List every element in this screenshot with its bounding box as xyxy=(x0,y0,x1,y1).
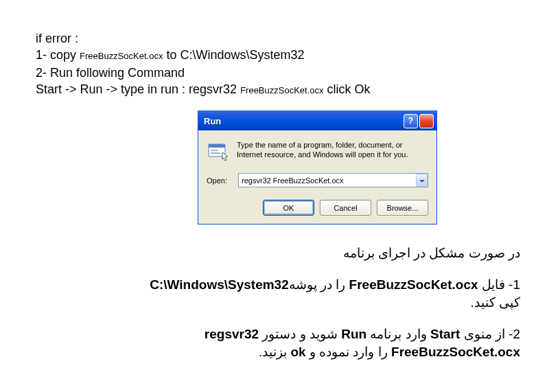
en-line4c: click Ok xyxy=(324,82,371,96)
chevron-down-icon xyxy=(419,176,425,185)
farsi-instructions: در صورت مشکل در اجرای برنامه 1- فایل Fre… xyxy=(136,244,520,375)
ok-button[interactable]: OK xyxy=(263,200,314,216)
run-program-icon xyxy=(207,140,229,162)
en-line4: Start -> Run -> type in run : regsvr32 F… xyxy=(36,81,371,99)
svg-rect-3 xyxy=(211,152,220,154)
en-line3: 2- Run following Command xyxy=(36,65,371,81)
english-instructions: if error : 1- copy FreeBuzzSocKet.ocx to… xyxy=(36,30,371,99)
fa-p2: 1- فایل FreeBuzzSocKet.ocx را در پوشهC:\… xyxy=(136,276,520,312)
open-row: Open: regsvr32 FreeBuzzSocKet.ocx xyxy=(207,173,428,187)
fa-p3-start: Start xyxy=(430,327,460,341)
fa-p2c: کپی کنید. xyxy=(470,295,520,310)
fa-p3-run: Run xyxy=(341,327,366,341)
dropdown-button[interactable] xyxy=(416,174,428,187)
open-label: Open: xyxy=(207,176,231,185)
fa-p3e: بزنید. xyxy=(259,345,291,359)
dialog-title: Run xyxy=(204,116,402,126)
en-line4a: Start -> Run -> type in run : regsvr32 xyxy=(36,82,240,96)
fa-p2a: 1- فایل xyxy=(478,277,520,292)
dialog-body: Type the name of a program, folder, docu… xyxy=(198,130,436,224)
dialog-titlebar: Run ? xyxy=(198,111,436,130)
svg-rect-2 xyxy=(211,150,218,151)
run-input-value: regsvr32 FreeBuzzSocKet.ocx xyxy=(242,176,416,185)
fa-p3-ok: ok xyxy=(290,345,305,359)
dialog-buttons: OK Cancel Browse... xyxy=(207,200,428,216)
svg-rect-1 xyxy=(209,144,225,148)
fa-p3: 2- از منوی Start وارد برنامه Run شوید و … xyxy=(136,325,520,361)
fa-p3c: شوید و دستور xyxy=(259,327,341,341)
fa-p2-path: C:\Windows\System32 xyxy=(150,277,289,292)
help-icon: ? xyxy=(408,116,413,126)
fa-p2b: را در پوشه xyxy=(289,277,349,292)
fa-p3b: وارد برنامه xyxy=(366,327,430,341)
en-line2c: to C:\Windows\System32 xyxy=(163,48,304,62)
run-input-combobox[interactable]: regsvr32 FreeBuzzSocKet.ocx xyxy=(238,173,428,187)
en-line4b: FreeBuzzSocKet.ocx xyxy=(240,85,323,95)
fa-p2-file: FreeBuzzSocKet.ocx xyxy=(349,277,478,292)
dialog-info-row: Type the name of a program, folder, docu… xyxy=(207,140,428,162)
en-line1: if error : xyxy=(36,30,371,47)
fa-p3a: 2- از منوی xyxy=(460,327,520,341)
en-line2a: 1- copy xyxy=(36,48,80,62)
dialog-description: Type the name of a program, folder, docu… xyxy=(237,140,428,159)
fa-p3d: را وارد نموده و xyxy=(306,345,391,359)
close-button[interactable] xyxy=(419,114,434,128)
fa-p1: در صورت مشکل در اجرای برنامه xyxy=(136,244,520,262)
help-button[interactable]: ? xyxy=(404,114,418,128)
en-line2: 1- copy FreeBuzzSocKet.ocx to C:\Windows… xyxy=(36,47,371,65)
run-dialog: Run ? Type the name of a program, folder… xyxy=(198,111,437,224)
en-line2b: FreeBuzzSocKet.ocx xyxy=(80,51,163,61)
cancel-button[interactable]: Cancel xyxy=(320,200,371,216)
browse-button[interactable]: Browse... xyxy=(377,200,428,216)
